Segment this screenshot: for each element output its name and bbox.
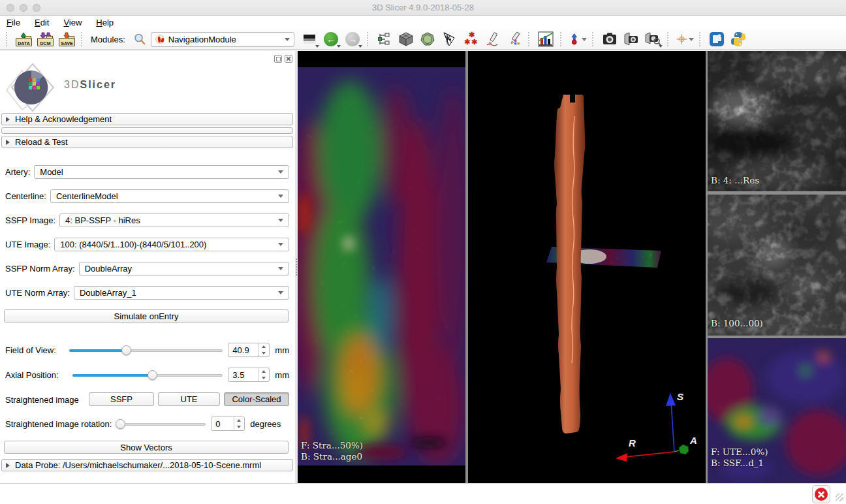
status-bar: [0, 483, 846, 504]
centerline-combobox[interactable]: CenterlineModel: [50, 189, 289, 203]
chevron-right-icon: [6, 463, 10, 468]
navigation-module-icon: [155, 35, 164, 44]
axis-s-label: S: [677, 391, 683, 402]
toolbar-grip[interactable]: [560, 32, 564, 46]
chevron-down-icon: [659, 45, 663, 48]
restore-scene-view-button[interactable]: [644, 31, 662, 48]
straightened-slice-view[interactable]: F: Stra...50%) B: Stra...age0: [298, 51, 465, 483]
artery-combobox[interactable]: Model: [34, 165, 289, 179]
scene-view-button[interactable]: [623, 31, 640, 48]
mri-image-1: [708, 51, 846, 191]
charts-button[interactable]: [537, 31, 555, 48]
toolbar-grip[interactable]: [699, 32, 703, 46]
spin-down-icon[interactable]: [259, 350, 269, 356]
ute-image-row: UTE Image: 100: (8440/5/1..100)-(8440/5/…: [5, 237, 289, 251]
threed-view[interactable]: . R A S: [468, 51, 706, 483]
toolbar-grip[interactable]: [592, 32, 596, 46]
layout-selector-button[interactable]: [301, 31, 319, 48]
collapsed-spacer-bar: [1, 127, 293, 134]
rotation-slider[interactable]: [116, 419, 206, 429]
menu-file[interactable]: File: [7, 18, 20, 27]
ssfp-norm-row: SSFP Norm Array: DoubleArray: [5, 261, 289, 276]
extensions-manager-button[interactable]: [708, 31, 726, 48]
slicer-logo-icon: [3, 61, 63, 112]
markups-button[interactable]: ✱ ✱ ✱: [462, 31, 480, 48]
rotation-spinbox[interactable]: 0: [211, 417, 245, 431]
toolbar-grip[interactable]: [367, 32, 371, 46]
ssfp-button[interactable]: SSFP: [89, 392, 154, 406]
extensions-icon: [709, 31, 725, 47]
annotation-pencil-icon: [506, 31, 522, 47]
load-dicom-button[interactable]: DCM: [37, 31, 54, 48]
history-forward-button[interactable]: →: [344, 31, 362, 48]
spin-down-icon[interactable]: [234, 424, 244, 430]
field-of-view-slider[interactable]: [69, 345, 223, 355]
chevron-down-icon: [278, 243, 283, 246]
show-vectors-button[interactable]: Show Vectors: [4, 441, 289, 454]
data-probe-section[interactable]: Data Probe: /Users/michaelschumaker/...2…: [1, 459, 293, 471]
slice-corner-annotation: B: 4: ...Res: [711, 175, 759, 186]
slice-corner-annotation: B: 100...00): [711, 318, 763, 329]
spin-down-icon[interactable]: [259, 375, 269, 381]
chevron-down-icon: [285, 38, 290, 41]
ssfp-norm-label: SSFP Norm Array:: [5, 264, 75, 274]
ute-button[interactable]: UTE: [158, 392, 220, 406]
field-of-view-spinbox[interactable]: 40.9: [228, 343, 270, 357]
forward-arrow-icon: →: [345, 32, 360, 46]
ruler-annotation-button[interactable]: [484, 31, 501, 48]
menu-edit[interactable]: Edit: [35, 18, 49, 27]
subject-hierarchy-button[interactable]: [376, 31, 394, 48]
volume-rendering-button[interactable]: [398, 31, 415, 48]
reload-test-section[interactable]: Reload & Test: [1, 136, 293, 148]
resize-grip[interactable]: [836, 494, 843, 501]
ute-image-combobox[interactable]: 100: (8440/5/1..100)-(8440/5/101..200): [54, 238, 289, 251]
rotation-row: Straightened image rotation: 0 degrees: [5, 417, 289, 431]
ssfp-image-row: SSFP Image: 4: BP-SSFP - hiRes: [5, 213, 289, 227]
axial-position-slider[interactable]: [72, 370, 223, 380]
toolbar-grip[interactable]: [667, 32, 671, 46]
green-slice-view[interactable]: F: UTE...0%) B: SSF...d_1: [708, 338, 846, 483]
simulate-onentry-button[interactable]: Simulate onEntry: [4, 309, 289, 323]
menu-help[interactable]: Help: [96, 18, 114, 27]
toolbar-grip[interactable]: [528, 32, 532, 46]
menu-bar: File Edit View Help: [0, 16, 846, 29]
scene-camera-icon: [623, 32, 640, 46]
slice-corner-annotation: F: UTE...0%) B: SSF...d_1: [711, 447, 768, 469]
error-log-button[interactable]: [812, 485, 830, 503]
red-slice-view[interactable]: B: 4: ...Res: [708, 51, 846, 191]
screenshot-button[interactable]: [601, 31, 619, 48]
spin-up-icon[interactable]: [259, 343, 269, 350]
module-selector-combobox[interactable]: NavigationModule: [151, 32, 294, 47]
mri-image-2: [708, 195, 846, 336]
spin-up-icon[interactable]: [234, 417, 244, 424]
chevron-down-icon: [582, 38, 587, 41]
fiducial-stars-icon: ✱ ✱ ✱: [463, 31, 478, 47]
axial-position-spinbox[interactable]: 3.5: [228, 368, 270, 382]
transforms-button[interactable]: [441, 31, 458, 48]
toolbar-grip[interactable]: [6, 32, 10, 46]
undock-panel-icon[interactable]: [274, 55, 282, 63]
menu-view[interactable]: View: [63, 18, 82, 27]
view-layout: F: Stra...50%) B: Stra...age0: [298, 51, 846, 483]
load-data-button[interactable]: DATA: [15, 31, 33, 48]
crosshair-button[interactable]: [676, 31, 694, 48]
save-button[interactable]: SAVE: [58, 31, 76, 48]
close-panel-icon[interactable]: [285, 55, 292, 63]
toolbar-grip[interactable]: [81, 32, 85, 46]
place-point-button[interactable]: [569, 31, 587, 48]
yellow-slice-view[interactable]: B: 100...00): [708, 195, 846, 336]
spin-up-icon[interactable]: [259, 368, 269, 375]
color-scaled-button[interactable]: Color-Scaled: [224, 392, 289, 406]
help-acknowledgement-section[interactable]: Help & Acknowledgement: [1, 113, 293, 125]
field-of-view-unit: mm: [275, 345, 289, 355]
python-console-button[interactable]: [730, 31, 747, 48]
search-icon: [133, 33, 146, 46]
ssfp-norm-combobox[interactable]: DoubleArray: [79, 262, 289, 276]
ssfp-image-combobox[interactable]: 4: BP-SSFP - hiRes: [59, 213, 289, 227]
history-back-button[interactable]: ←: [322, 31, 340, 48]
ute-norm-combobox[interactable]: DoubleArray_1: [74, 286, 289, 300]
module-search-button[interactable]: [131, 31, 149, 48]
straightened-heatmap-image: [298, 67, 465, 465]
crop-volume-button[interactable]: [419, 31, 437, 48]
annotations-button[interactable]: [505, 31, 523, 48]
